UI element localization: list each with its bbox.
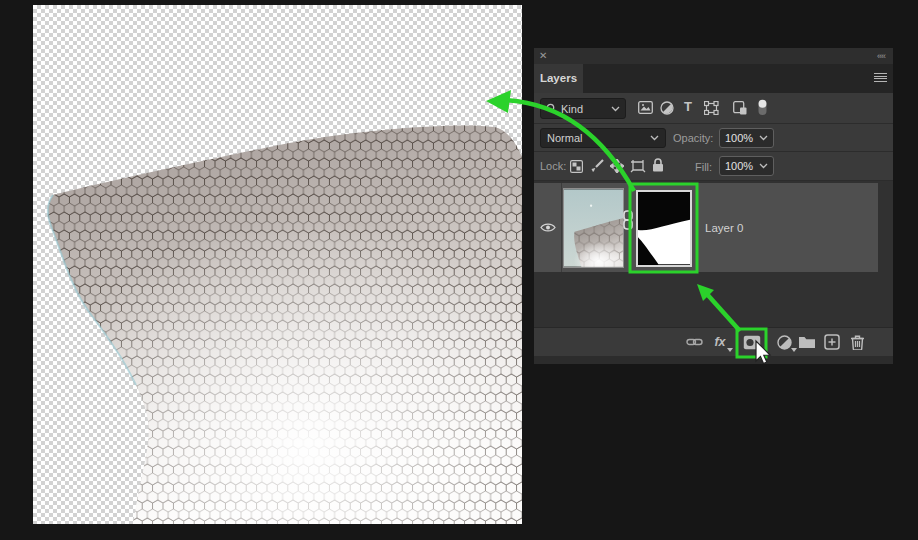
layer-thumbnail[interactable]	[563, 188, 624, 268]
collapse-panels-icon[interactable]: ««	[877, 49, 885, 63]
chevron-down-icon	[759, 135, 768, 141]
layers-panel: ✕ «« Layers Kind T	[534, 48, 893, 364]
filter-row: Kind T	[534, 93, 893, 124]
add-layer-mask-icon[interactable]	[743, 333, 761, 351]
blend-mode-value: Normal	[547, 132, 582, 144]
lock-pixels-icon[interactable]	[590, 159, 604, 173]
opacity-value[interactable]: 100%	[719, 128, 774, 148]
filter-kind-label: Kind	[561, 103, 583, 115]
fill-label: Fill:	[695, 161, 712, 173]
lock-row: Lock: Fill: 100%	[534, 152, 893, 181]
panel-tab-bar: Layers	[534, 64, 893, 93]
lock-label: Lock:	[540, 160, 566, 172]
filter-kind-dropdown[interactable]: Kind	[540, 98, 626, 119]
document-canvas[interactable]	[33, 5, 522, 524]
delete-layer-icon[interactable]	[848, 333, 866, 351]
eye-icon	[540, 222, 556, 233]
adjustment-dropdown-mark	[791, 348, 797, 352]
layer-name[interactable]: Layer 0	[705, 183, 743, 272]
building-image	[33, 5, 522, 524]
close-icon[interactable]: ✕	[539, 49, 547, 63]
chevron-down-icon	[611, 106, 620, 112]
lock-artboard-icon[interactable]	[630, 159, 646, 173]
panel-header-strip: ✕ ««	[534, 48, 893, 64]
chevron-down-icon	[650, 135, 659, 141]
filter-pixel-layer-icon[interactable]	[638, 101, 653, 114]
filter-toggle-icon[interactable]	[757, 99, 768, 116]
lock-position-icon[interactable]	[610, 159, 624, 173]
visibility-cell[interactable]	[534, 183, 562, 272]
opacity-label: Opacity:	[673, 132, 713, 144]
blend-mode-dropdown[interactable]: Normal	[540, 128, 666, 148]
layers-list: Layer 0	[534, 181, 893, 327]
panel-menu-icon[interactable]	[874, 73, 887, 82]
layer-row[interactable]: Layer 0	[534, 183, 878, 272]
link-layers-icon[interactable]	[685, 333, 703, 351]
layer-mask-link-icon[interactable]	[622, 210, 634, 234]
lock-transparency-icon[interactable]	[570, 160, 583, 173]
new-group-icon[interactable]	[798, 333, 816, 351]
search-icon	[546, 103, 557, 114]
panel-toolbar: fx	[534, 327, 893, 356]
filter-type-layer-icon[interactable]: T	[684, 99, 692, 114]
chevron-down-icon	[759, 163, 768, 169]
new-layer-icon[interactable]	[823, 333, 841, 351]
filter-shape-layer-icon[interactable]	[704, 101, 719, 115]
layer-style-dropdown-mark	[727, 348, 733, 352]
filter-adjustment-layer-icon[interactable]	[660, 101, 674, 115]
layer-mask-thumbnail[interactable]	[636, 190, 692, 267]
filter-smart-object-icon[interactable]	[733, 101, 747, 115]
panel-bottom-edge	[534, 356, 893, 364]
fill-value[interactable]: 100%	[719, 156, 774, 176]
tab-layers[interactable]: Layers	[534, 64, 583, 93]
lock-all-icon[interactable]	[652, 158, 664, 172]
blend-row: Normal Opacity: 100%	[534, 124, 893, 152]
